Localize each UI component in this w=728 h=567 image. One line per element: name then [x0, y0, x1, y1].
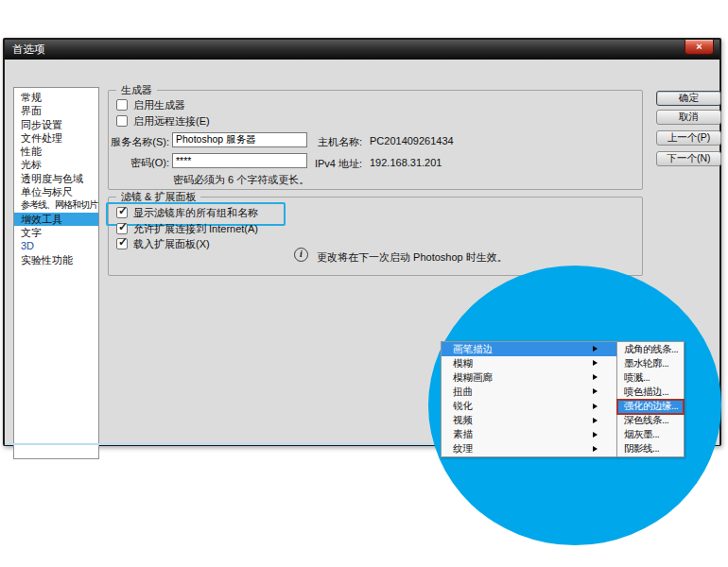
sidebar-item-file-handling[interactable]: 文件处理 [14, 131, 98, 145]
submenu-arrow-icon [593, 374, 598, 380]
submenu-item-label: 强化的边缘... [624, 400, 678, 413]
load-extension-panels-checkbox[interactable]: ✓ 载入扩展面板(X) [116, 237, 210, 250]
menu-item-distort[interactable]: 扭曲 [442, 385, 616, 399]
submenu-item-sprayed-strokes[interactable]: 喷色描边... [617, 385, 684, 399]
submenu-arrow-icon [593, 404, 598, 409]
menu-item-label: 视频 [453, 414, 473, 427]
submenu-item-angled-strokes[interactable]: 成角的线条... [617, 342, 684, 356]
sidebar-item-performance[interactable]: 性能 [14, 145, 98, 158]
load-extension-panels-label: 载入扩展面板(X) [133, 237, 210, 251]
sidebar-item-experimental-features[interactable]: 实验性功能 [14, 253, 98, 266]
submenu-item-ink-outlines[interactable]: 墨水轮廓... [617, 356, 684, 370]
allow-extensions-checkbox[interactable]: ✓ 允许扩展连接到 Internet(A) [116, 222, 258, 235]
submenu-item-label: 喷色描边... [624, 386, 668, 399]
sidebar-item-guides-grid-slices[interactable]: 参考线、网格和切片 [14, 198, 98, 212]
submenu-arrow-icon [593, 388, 598, 394]
submenu-item-dark-strokes[interactable]: 深色线条... [617, 414, 684, 428]
dialog-title: 首选项 [12, 43, 45, 55]
enable-remote-label: 启用远程连接(E) [133, 114, 210, 129]
ipv4-value: 192.168.31.201 [370, 157, 442, 168]
menu-item-label: 模糊 [453, 357, 473, 370]
brush-strokes-submenu: 成角的线条... 墨水轮廓... 喷溅... 喷色描边... 强化的边缘... … [616, 341, 685, 457]
page: 首选项 × 常规 界面 同步设置 文件处理 性能 光标 透明度与色域 单位与标尺… [0, 0, 728, 567]
sidebar-item-transparency-gamut[interactable]: 透明度与色域 [14, 172, 98, 185]
submenu-item-label: 阴影线... [624, 442, 659, 455]
sidebar-item-sync-settings[interactable]: 同步设置 [14, 118, 98, 131]
password-label: 密码(O): [109, 156, 169, 170]
submenu-item-label: 成角的线条... [624, 343, 678, 356]
submenu-item-spatter[interactable]: 喷溅... [617, 370, 684, 385]
submenu-item-label: 喷溅... [624, 371, 650, 385]
next-button[interactable]: 下一个(N) [656, 151, 721, 166]
checkbox-checked[interactable]: ✓ [116, 207, 128, 218]
menu-item-sketch[interactable]: 素描 [442, 428, 616, 442]
prev-button[interactable]: 上一个(P) [656, 130, 721, 146]
checkbox-unchecked[interactable] [116, 115, 128, 127]
enable-generator-label: 启用生成器 [133, 98, 185, 112]
menu-item-label: 锐化 [453, 400, 473, 413]
check-icon: ✓ [118, 235, 128, 249]
sidebar-item-general[interactable]: 常规 [14, 91, 98, 104]
ok-button[interactable]: 确定 [656, 91, 721, 106]
menu-item-video[interactable]: 视频 [442, 414, 616, 428]
menu-item-texture[interactable]: 纹理 [442, 442, 616, 456]
menu-item-label: 扭曲 [453, 386, 473, 399]
submenu-item-label: 烟灰墨... [624, 428, 659, 441]
host-name-value: PC201409261434 [370, 135, 454, 146]
menu-item-label: 画笔描边 [453, 343, 493, 356]
sidebar-item-3d[interactable]: 3D [14, 239, 98, 252]
menu-item-brush-strokes[interactable]: 画笔描边 [442, 342, 616, 356]
close-icon[interactable]: × [685, 40, 714, 55]
checkbox-checked[interactable]: ✓ [116, 223, 128, 234]
password-hint: 密码必须为 6 个字符或更长。 [173, 173, 309, 187]
restart-info-text: 更改将在下一次启动 Photoshop 时生效。 [317, 250, 508, 265]
generator-group-title: 生成器 [116, 83, 157, 97]
filters-group-title: 滤镜 & 扩展面板 [116, 190, 200, 204]
cancel-button[interactable]: 取消 [656, 110, 721, 125]
filter-menu: 画笔描边 模糊 模糊画廊 扭曲 锐化 视频 素描 纹理 [441, 341, 617, 457]
allow-extensions-label: 允许扩展连接到 Internet(A) [133, 222, 258, 236]
submenu-item-crosshatch[interactable]: 阴影线... [617, 442, 684, 456]
submenu-arrow-icon [593, 346, 598, 352]
menu-item-sharpen[interactable]: 锐化 [442, 400, 616, 414]
submenu-item-label: 深色线条... [624, 414, 668, 427]
filters-extensions-group: 滤镜 & 扩展面板 ✓ 显示滤镜库的所有组和名称 ✓ 允许扩展连接到 Inter… [108, 197, 643, 276]
ipv4-label: IPv4 地址: [277, 157, 362, 171]
submenu-item-label: 墨水轮廓... [624, 357, 668, 370]
menu-item-blur[interactable]: 模糊 [442, 356, 616, 370]
sidebar-item-plugins[interactable]: 增效工具 [14, 213, 98, 226]
menu-item-blur-gallery[interactable]: 模糊画廊 [442, 370, 616, 385]
check-icon: ✓ [118, 204, 128, 217]
enable-remote-checkbox[interactable]: 启用远程连接(E) [116, 114, 210, 128]
sidebar-list: 常规 界面 同步设置 文件处理 性能 光标 透明度与色域 单位与标尺 参考线、网… [13, 87, 99, 459]
menu-item-label: 素描 [453, 428, 473, 441]
show-filter-gallery-label: 显示滤镜库的所有组和名称 [133, 206, 258, 220]
title-bar[interactable]: 首选项 × [5, 40, 719, 60]
submenu-arrow-icon [593, 432, 598, 438]
menu-item-label: 模糊画廊 [453, 371, 493, 385]
generator-group: 生成器 启用生成器 启用远程连接(E) 服务名称(S): 密码(O): 密码必须… [108, 90, 643, 190]
submenu-arrow-icon [593, 360, 598, 366]
info-icon: i [294, 248, 308, 262]
sidebar-item-type[interactable]: 文字 [14, 226, 98, 239]
service-name-label: 服务名称(S): [109, 135, 169, 149]
sidebar-item-interface[interactable]: 界面 [14, 104, 98, 117]
host-name-label: 主机名称: [277, 135, 362, 149]
submenu-arrow-icon [593, 418, 598, 423]
check-icon: ✓ [118, 220, 128, 233]
show-filter-gallery-checkbox[interactable]: ✓ 显示滤镜库的所有组和名称 [116, 206, 258, 219]
submenu-item-sumi-e[interactable]: 烟灰墨... [617, 428, 684, 442]
submenu-item-accented-edges[interactable]: 强化的边缘... [617, 400, 684, 414]
enable-generator-checkbox[interactable]: 启用生成器 [116, 98, 185, 112]
menu-item-label: 纹理 [453, 442, 473, 455]
checkbox-checked[interactable]: ✓ [116, 238, 128, 249]
sidebar-item-units-rulers[interactable]: 单位与标尺 [14, 185, 98, 198]
sidebar-item-cursors[interactable]: 光标 [14, 158, 98, 171]
submenu-arrow-icon [593, 446, 598, 452]
checkbox-unchecked[interactable] [116, 99, 128, 111]
